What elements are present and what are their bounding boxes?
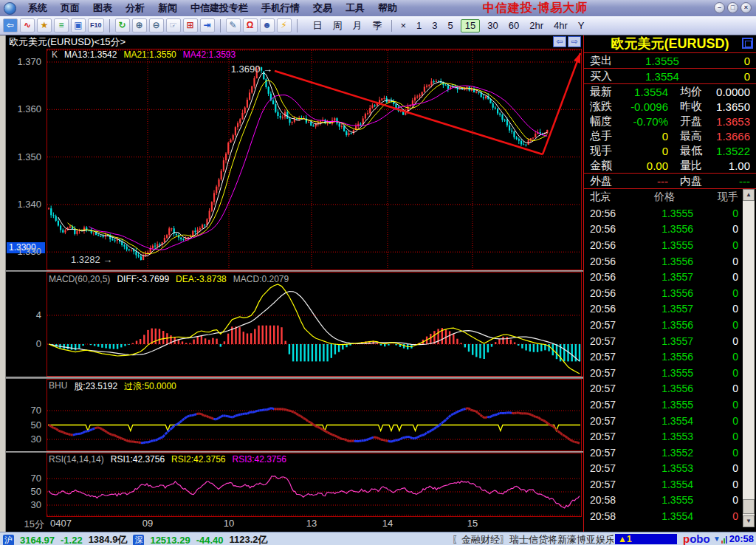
panel-splitter[interactable] (6, 451, 583, 453)
axis-tick: 1.350 (4, 151, 41, 162)
stats-row: 现手0最低1.3522 (584, 143, 756, 158)
tape-price: 1.3557 (636, 303, 693, 315)
menu-analysis[interactable]: 分析 (119, 0, 151, 16)
menu-system[interactable]: 系统 (21, 0, 54, 16)
restore-button[interactable]: □ (727, 2, 738, 13)
alert-box[interactable]: ▲1 (615, 534, 677, 544)
axis-tick: 1.370 (4, 56, 41, 67)
menu-mobile-quotes[interactable]: 手机行情 (255, 0, 306, 16)
tape-price: 1.3557 (636, 335, 693, 347)
period-2hr[interactable]: 2hr (524, 18, 549, 33)
stat-value: 1.3554 (625, 86, 668, 98)
period-1min[interactable]: 1 (411, 18, 427, 33)
axis-tick: 30 (4, 499, 41, 510)
tape-time: 20:57 (584, 462, 636, 474)
tape-price: 1.3556 (636, 351, 693, 363)
kline-chart-icon[interactable]: ∿ (20, 18, 35, 32)
quote-qty: 0 (693, 55, 756, 67)
menu-help[interactable]: 帮助 (371, 0, 404, 16)
pencil-icon[interactable]: ✎ (226, 18, 241, 32)
lightning-icon[interactable]: ⚡ (277, 18, 292, 32)
refresh-icon[interactable]: ↻ (115, 18, 130, 32)
period-label: 15分 (3, 518, 44, 531)
menu-chart[interactable]: 图表 (86, 0, 119, 16)
scroll-down-button[interactable]: ▼ (743, 515, 755, 527)
macd-chart[interactable] (47, 272, 582, 377)
back-icon[interactable]: ⇦ (3, 18, 18, 32)
period-5min[interactable]: 5 (443, 18, 458, 33)
period-month[interactable]: 月 (348, 18, 368, 33)
tape-row: 20:581.35550 (584, 493, 756, 509)
alert-count: ▲1 (618, 534, 632, 544)
window-switch-icon[interactable]: ⊞ (183, 18, 198, 32)
quote-list-icon[interactable]: ≡ (54, 18, 69, 32)
candlestick-chart[interactable] (47, 49, 582, 270)
period-60min[interactable]: 60 (504, 18, 524, 33)
minimize-button[interactable]: – (714, 2, 725, 13)
menu-zxjt-column[interactable]: 中信建投专栏 (184, 0, 255, 16)
period-4hr[interactable]: 4hr (549, 18, 573, 33)
tape-time: 20:57 (584, 399, 636, 411)
bell-icon[interactable]: Ω (243, 18, 258, 32)
users-icon[interactable]: ☻ (260, 18, 275, 32)
time-tick: 10 (224, 518, 234, 529)
tape-row: 20:561.35560 (584, 285, 756, 301)
zoom-in-icon[interactable]: ⊕ (132, 18, 147, 32)
period-quarter[interactable]: 季 (368, 18, 388, 33)
sz-index-badge[interactable]: 深 (133, 535, 144, 545)
rsi1-value: RSI1:42.3756 (111, 454, 165, 465)
app-logo-icon[interactable] (4, 2, 16, 15)
goto-icon[interactable]: ⇥ (200, 18, 215, 32)
tape-price: 1.3555 (636, 208, 693, 219)
rsi3-value: RSI3:42.3756 (233, 454, 286, 465)
menu-tools[interactable]: 工具 (339, 0, 371, 16)
panel-splitter[interactable] (6, 270, 583, 272)
star-icon[interactable]: ★ (37, 18, 52, 32)
tape-price: 1.3554 (636, 479, 693, 490)
period-30min[interactable]: 30 (482, 18, 503, 33)
scroll-up-button[interactable]: ▲ (743, 189, 755, 201)
tape-row: 20:581.35540 (584, 508, 756, 524)
tape-price: 1.3556 (636, 223, 693, 235)
tape-row: 20:561.35570 (584, 301, 756, 318)
tape-time: 20:58 (584, 494, 636, 506)
period-tick[interactable]: × (396, 18, 412, 33)
macd-dea-value: DEA:-3.8738 (176, 274, 227, 284)
period-3min[interactable]: 3 (427, 18, 442, 33)
sh-index-badge[interactable]: 沪 (3, 535, 14, 545)
tape-time: 20:57 (584, 319, 636, 331)
period-day[interactable]: 日 (308, 18, 328, 33)
tape-price: 1.3554 (636, 415, 693, 427)
stat-label: 均价 (668, 85, 715, 99)
tape-scrollbar[interactable]: ▲ ▼ (743, 189, 755, 527)
hand-icon[interactable]: ☞ (166, 18, 181, 32)
menu-page[interactable]: 页面 (54, 0, 86, 16)
bhu-header: BHU 股:23.5192 过浪:50.0000 (49, 380, 176, 393)
f10-icon[interactable]: F10 (88, 18, 104, 32)
close-button[interactable]: × (740, 2, 752, 13)
bhu-gu-value: 股:23.5192 (74, 380, 117, 393)
period-15min[interactable]: 15 (461, 19, 480, 32)
period-year[interactable]: Y (573, 18, 590, 33)
stat-label: 昨收 (668, 100, 715, 114)
menu-news[interactable]: 新闻 (151, 0, 184, 16)
tape-price: 1.3556 (636, 287, 693, 299)
menu-trade[interactable]: 交易 (306, 0, 339, 16)
bhu-guolang-value: 过浪:50.0000 (124, 380, 176, 393)
tape-price: 1.3552 (636, 447, 693, 459)
prev-contract-button[interactable]: ⇦ (553, 36, 566, 47)
zoom-out-icon[interactable]: ⊖ (149, 18, 164, 32)
next-contract-button[interactable]: ⇨ (568, 36, 581, 47)
news-ticker[interactable]: 〖金融财经〗瑞士信贷将新濠博亚娱乐有限 (452, 533, 614, 545)
bid-row: 卖出1.35550 (584, 53, 756, 68)
tape-row: 20:571.35560 (584, 317, 756, 333)
axis-tick: 50 (4, 419, 41, 431)
tape-row: 20:571.35570 (584, 333, 756, 349)
monitor-icon[interactable]: ▣ (71, 18, 86, 32)
maximize-quote-button[interactable] (742, 38, 753, 49)
scroll-thumb[interactable] (743, 499, 755, 514)
sz-index-amount: 1123.2亿 (230, 533, 268, 545)
period-week[interactable]: 周 (328, 18, 348, 33)
macd-diff-value: DIFF:-3.7699 (117, 274, 169, 284)
panel-splitter[interactable] (6, 377, 583, 379)
